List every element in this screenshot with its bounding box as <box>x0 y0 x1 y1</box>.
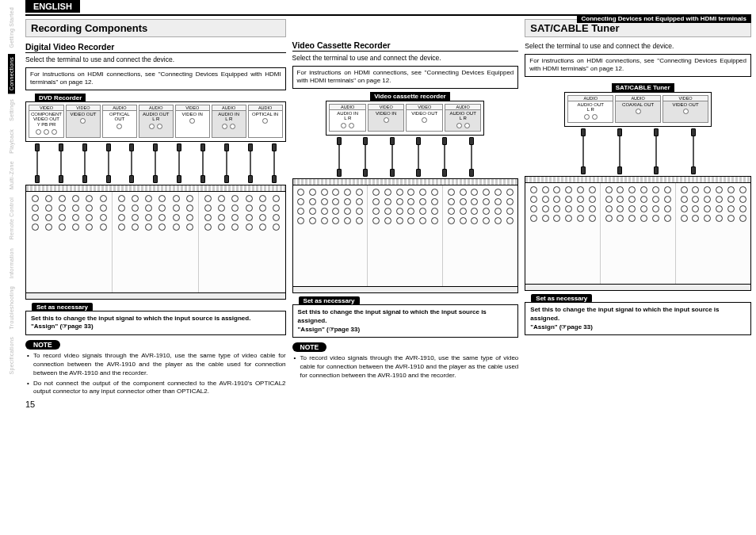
vcr-device-ports: AUDIOAUDIO INL RVIDEOVIDEO INVIDEOVIDEO … <box>326 101 484 136</box>
cable <box>388 137 396 177</box>
sat-cables <box>525 128 751 174</box>
sat-receiver-panel <box>525 176 751 291</box>
vcr-receiver-panel <box>292 178 519 293</box>
port-optical-in: AUDIOOPTICAL IN <box>248 105 283 138</box>
dvr-assign-ref: "Assign" (☞page 33) <box>31 323 94 330</box>
vcr-note-chip: NOTE <box>292 342 327 352</box>
dvr-set-chip: Set as necessary <box>32 303 93 311</box>
port-video-in: VIDEOVIDEO IN <box>368 104 405 132</box>
note-item: To record video signals through the AVR-… <box>294 354 519 380</box>
sat-device-label: SAT/CABLE Tuner <box>612 83 674 92</box>
dvr-device-label: DVD Recorder <box>35 94 86 102</box>
sidebar-tab-multi-zone[interactable]: Multi-Zone <box>9 159 14 192</box>
sat-device-ports: AUDIOAUDIO OUTL RAUDIOCOAXIAL OUTVIDEOVI… <box>564 92 712 127</box>
note-item: Do not connect the output of the compone… <box>27 380 286 397</box>
cable <box>652 128 660 174</box>
sat-set-text: Set this to change the input signal to w… <box>530 306 719 322</box>
cable <box>151 143 159 183</box>
cable <box>105 143 113 183</box>
dvr-hdmi-hint: For instructions on HDMI connections, se… <box>25 67 286 90</box>
port-coaxial-out: AUDIOCOAXIAL OUT <box>615 95 661 123</box>
vcr-set-text: Set this to change the input signal to w… <box>298 308 487 324</box>
vcr-device-label: Video cassette recorder <box>370 92 450 101</box>
subtitle-vcr: Video Cassette Recorder <box>292 40 519 52</box>
cable <box>689 128 697 174</box>
dvr-receiver-panel <box>25 185 286 300</box>
sidebar-tab-getting-started[interactable]: Getting Started <box>9 5 14 51</box>
section-title-recording: Recording Components <box>25 19 286 37</box>
port-video-out: VIDEOVIDEO OUT <box>662 95 708 123</box>
cable <box>361 137 369 177</box>
sidebar-tab-specifications[interactable]: Specifications <box>9 334 14 376</box>
dvr-set-box: Set this to change the input signal to w… <box>25 311 286 336</box>
language-label: ENGLISH <box>25 0 80 13</box>
sat-set-chip: Set as necessary <box>531 294 592 303</box>
cable <box>468 137 475 177</box>
port-component-video-out: VIDEOCOMPONENT VIDEO OUTY PB PR <box>29 105 64 138</box>
cable <box>57 143 65 183</box>
sidebar-tab-troubleshooting[interactable]: Troubleshooting <box>9 284 14 331</box>
vcr-assign-ref: "Assign" (☞page 33) <box>298 326 361 333</box>
sidebar-tab-connections[interactable]: Connections <box>8 54 15 94</box>
cable <box>414 137 422 177</box>
vcr-set-chip: Set as necessary <box>299 296 360 305</box>
cable <box>175 143 183 183</box>
dvr-note-chip: NOTE <box>25 340 60 350</box>
port-video-in: VIDEOVIDEO IN <box>175 105 210 138</box>
sidebar-tab-settings[interactable]: Settings <box>9 97 14 124</box>
dvr-cables <box>25 143 286 183</box>
dvr-set-text: Set this to change the input signal to w… <box>31 315 250 322</box>
cable <box>199 143 207 183</box>
cable <box>579 128 587 174</box>
cable <box>81 143 89 183</box>
cable <box>223 143 231 183</box>
sidebar-tab-information[interactable]: Information <box>9 246 14 281</box>
cable <box>128 143 136 183</box>
sat-assign-ref: "Assign" (☞page 33) <box>530 323 593 331</box>
subtitle-dvr: Digital Video Recorder <box>25 42 286 53</box>
sidebar-tab-remote-control[interactable]: Remote Control <box>9 195 14 242</box>
vcr-notes: To record video signals through the AVR-… <box>292 354 519 380</box>
dvr-select-text: Select the terminal to use and connect t… <box>25 55 286 64</box>
cable <box>335 137 343 177</box>
vcr-select-text: Select the terminal to use and connect t… <box>292 54 519 63</box>
vcr-set-box: Set this to change the input signal to w… <box>292 304 519 338</box>
port-audio-out: AUDIOAUDIO OUTL R <box>567 95 613 123</box>
page-number: 15 <box>25 399 286 409</box>
vcr-hdmi-hint: For instructions on HDMI connections, se… <box>292 66 519 89</box>
cable <box>246 143 254 183</box>
port-audio-out: AUDIOAUDIO OUTL R <box>445 104 482 132</box>
sidebar-tabs: Getting StartedConnectionsSettingsPlayba… <box>0 0 22 535</box>
cable <box>441 137 449 177</box>
port-video-out: VIDEOVIDEO OUT <box>66 105 101 138</box>
port-audio-in: AUDIOAUDIO INL R <box>329 104 366 132</box>
cable <box>270 143 278 183</box>
dvr-device-ports: VIDEOCOMPONENT VIDEO OUTY PB PRVIDEOVIDE… <box>25 101 286 142</box>
vcr-cables <box>292 137 519 177</box>
port-video-out: VIDEOVIDEO OUT <box>406 104 443 132</box>
note-item: To record video signals through the AVR-… <box>27 352 286 377</box>
dvr-notes: To record video signals through the AVR-… <box>25 352 286 396</box>
cable <box>33 143 41 183</box>
port-optical-out: AUDIOOPTICAL OUT <box>102 105 137 138</box>
port-audio-out: AUDIOAUDIO OUTL R <box>139 105 174 138</box>
cable <box>616 128 624 174</box>
port-audio-in: AUDIOAUDIO INL R <box>212 105 246 138</box>
sat-hdmi-hint: For instructions on HDMI connections, se… <box>525 54 751 77</box>
header-chip: Connecting Devices not Equipped with HDM… <box>577 14 751 23</box>
sat-set-box: Set this to change the input signal to w… <box>525 302 751 335</box>
sat-select-text: Select the terminal to use and connect t… <box>525 42 751 51</box>
sidebar-tab-playback[interactable]: Playback <box>9 127 14 156</box>
